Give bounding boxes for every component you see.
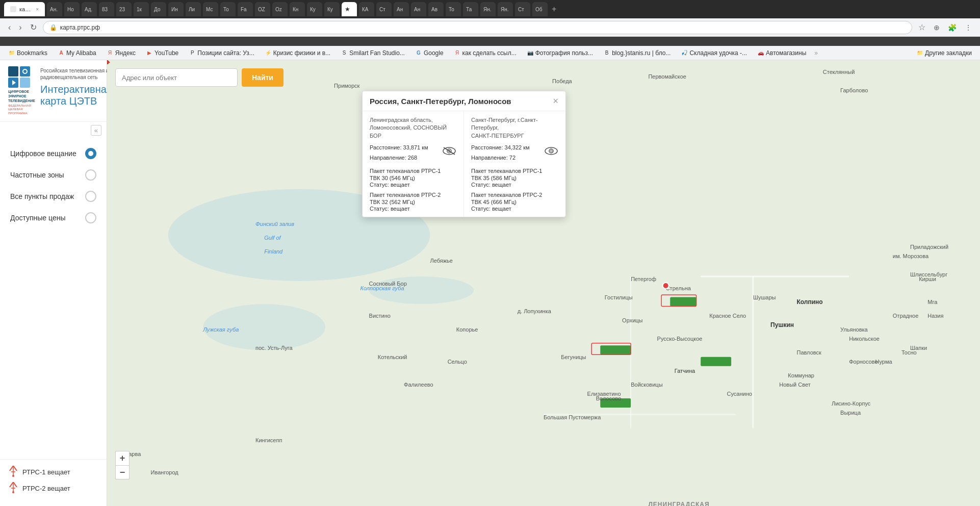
- popup-col2-view-icon[interactable]: [544, 144, 558, 158]
- tab-item[interactable]: То: [220, 2, 236, 16]
- tab-item[interactable]: Fa: [238, 2, 253, 16]
- bookmark-foto[interactable]: 📷 Фотография польз...: [523, 48, 597, 58]
- extension2-button[interactable]: 🧩: [946, 21, 959, 34]
- main-layout: ЦИФРОВОЕ ЭФИРНОЕ ТЕЛЕВИДЕНИЕ ФЕДЕРАЛЬНАЯ…: [0, 60, 980, 506]
- tab-item[interactable]: Ян.: [498, 2, 513, 16]
- option-sales[interactable]: Все пункты продаж: [0, 186, 107, 207]
- browser-chrome: карта.ртрс.рф × Ан. Но Ад. 83 23 1к До И…: [0, 0, 980, 46]
- tab-item[interactable]: Кн: [290, 2, 305, 16]
- tab-item[interactable]: Ли: [186, 2, 201, 16]
- svg-text:Финский залив: Финский залив: [255, 221, 294, 227]
- svg-text:Гостилицы: Гостилицы: [605, 294, 633, 300]
- popup-col1-rtrs2-channel: ТВК 32 (562 МГц): [370, 199, 456, 205]
- map-search-area: Найти: [115, 68, 283, 87]
- map-area[interactable]: Стеклянный Гарболово Приморск Победа Пер…: [107, 60, 980, 506]
- extension-button[interactable]: ⊕: [932, 21, 942, 34]
- tab-item[interactable]: Ян.: [480, 2, 496, 16]
- svg-point-166: [550, 150, 552, 152]
- option-prices[interactable]: Доступные цены: [0, 207, 107, 229]
- svg-text:Котельский: Котельский: [378, 354, 407, 360]
- bookmark-star-button[interactable]: ☆: [916, 20, 927, 34]
- pozicii-icon: P: [189, 49, 196, 57]
- tab-item[interactable]: Ин: [168, 2, 184, 16]
- address-bar[interactable]: 🔒 карта.ртрс.рф: [43, 21, 912, 34]
- popup-close-button[interactable]: ×: [553, 96, 558, 106]
- tab-item[interactable]: 23: [116, 2, 132, 16]
- tab-item[interactable]: Оz: [272, 2, 288, 16]
- bookmark-bookmarks[interactable]: 📁 Bookmarks: [4, 48, 51, 58]
- sidebar-collapse-button[interactable]: «: [91, 125, 101, 136]
- bookmark-alibaba[interactable]: A My Alibaba: [54, 48, 100, 58]
- tab-item[interactable]: Ан.: [47, 2, 62, 16]
- option-freq[interactable]: Частотные зоны: [0, 164, 107, 186]
- bookmark-yandex[interactable]: Я Яндекс: [102, 48, 140, 58]
- radio-prices[interactable]: [85, 212, 96, 223]
- svg-text:Приладожский: Приладожский: [910, 244, 948, 250]
- settings-button[interactable]: ⋮: [963, 21, 974, 34]
- svg-text:Копорье: Копорье: [456, 326, 478, 333]
- popup-col2-rtrs1-status: Статус: вещает: [471, 182, 558, 188]
- tab-item[interactable]: До: [151, 2, 166, 16]
- svg-rect-19: [600, 345, 631, 355]
- svg-text:Стеклянный: Стеклянный: [823, 69, 855, 75]
- popup-col1-rtrs1-channel: ТВК 30 (546 МГц): [370, 175, 456, 181]
- radio-freq[interactable]: [85, 169, 96, 181]
- active-tab[interactable]: карта.ртрс.рф ×: [4, 2, 45, 16]
- tab-item[interactable]: Ан: [411, 2, 426, 16]
- option-freq-label: Частотные зоны: [10, 171, 79, 179]
- tab-item-star[interactable]: ★: [342, 2, 357, 16]
- popup-col1-view-icon[interactable]: [442, 144, 456, 158]
- tab-item[interactable]: То: [446, 2, 461, 16]
- bookmark-auto[interactable]: 🚗 Автомагазины: [753, 48, 810, 58]
- option-digital[interactable]: Цифровое вещание: [0, 143, 107, 164]
- tab-item[interactable]: OZ: [255, 2, 270, 16]
- bookmark-pozicii[interactable]: P Позиции сайта: Уз...: [185, 48, 259, 58]
- bookmark-other[interactable]: 📁 Другие закладки: [912, 48, 976, 58]
- reload-button[interactable]: ↻: [28, 20, 39, 34]
- tab-item[interactable]: Ад.: [82, 2, 97, 16]
- forward-button[interactable]: ›: [17, 21, 23, 34]
- foto-icon: 📷: [527, 49, 534, 57]
- map-search-input[interactable]: [115, 68, 238, 87]
- map-background[interactable]: Стеклянный Гарболово Приморск Победа Пер…: [107, 60, 980, 506]
- zoom-in-button[interactable]: +: [115, 451, 130, 465]
- back-button[interactable]: ‹: [6, 21, 13, 34]
- radio-digital[interactable]: [85, 148, 96, 159]
- tab-item[interactable]: Мс: [203, 2, 218, 16]
- new-tab-button[interactable]: +: [552, 5, 556, 14]
- bookmark-youtube[interactable]: ▶ YouTube: [142, 48, 183, 58]
- tab-item[interactable]: КА: [359, 2, 374, 16]
- tab-item[interactable]: Ст: [376, 2, 392, 16]
- tab-item[interactable]: Об: [532, 2, 548, 16]
- tab-item[interactable]: Ав: [428, 2, 444, 16]
- svg-text:Никольское: Никольское: [849, 336, 880, 342]
- bookmark-krizis[interactable]: ⚡ Кризис физики и в...: [261, 48, 334, 58]
- map-search-button[interactable]: Найти: [242, 68, 283, 87]
- tab-item[interactable]: Ку: [324, 2, 340, 16]
- svg-line-6: [13, 482, 17, 487]
- zoom-out-button[interactable]: −: [115, 465, 130, 479]
- tab-item[interactable]: 1к: [134, 2, 149, 16]
- tab-item[interactable]: Ан: [394, 2, 409, 16]
- tab-item[interactable]: Ст: [515, 2, 530, 16]
- bookmarks-more-indicator: »: [814, 49, 818, 57]
- svg-text:Победа: Победа: [552, 78, 572, 84]
- svg-text:Кингисепп: Кингисепп: [255, 437, 282, 443]
- tab-item[interactable]: Ку: [307, 2, 322, 16]
- tab-item[interactable]: Но: [64, 2, 80, 16]
- legend-rtrs2-label: РТРС-2 вещает: [22, 485, 70, 492]
- popup-col2-distance-text: Расстояние: 34,322 км Направление: 72: [471, 144, 530, 164]
- legend-rtrs1: РТРС-1 вещает: [8, 466, 98, 478]
- yandex-icon: Я: [107, 49, 114, 57]
- svg-text:Сусанино: Сусанино: [727, 391, 752, 397]
- radio-sales[interactable]: [85, 191, 96, 202]
- bookmark-smilart[interactable]: S Smilart Fan Studio...: [337, 48, 409, 58]
- tab-close-icon[interactable]: ×: [36, 7, 39, 12]
- bookmark-skladnaya[interactable]: 🎣 Складная удочка -...: [677, 48, 751, 58]
- bookmark-blog[interactable]: B blog.}stanis.ru | бло...: [599, 48, 675, 58]
- bookmark-google[interactable]: G Google: [411, 48, 448, 58]
- tab-item[interactable]: 83: [99, 2, 114, 16]
- youtube-icon: ▶: [146, 49, 153, 57]
- bookmark-kak-sdelat[interactable]: Я как сделать ссыл...: [450, 48, 521, 58]
- tab-item[interactable]: Та: [463, 2, 478, 16]
